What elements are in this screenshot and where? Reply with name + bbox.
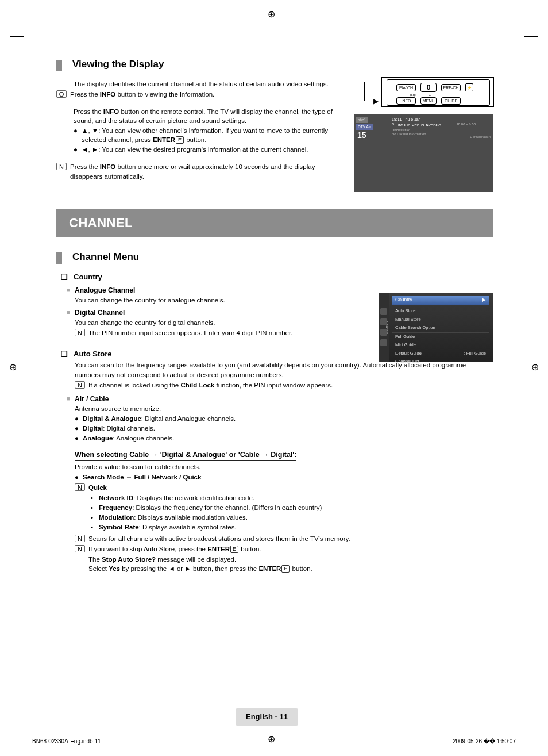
remote-menu-button: MENU (420, 97, 437, 105)
bullet-icon: ● (75, 473, 83, 482)
callout-line (364, 82, 372, 101)
osd-dtv-tag: DTV Air (356, 124, 373, 130)
note-n-icon: N (75, 545, 85, 552)
note-o-icon: O (56, 90, 67, 98)
list-item: •Modulation: Displays available modulati… (91, 513, 493, 522)
remote-guide-button: GUIDE (441, 97, 461, 105)
callout-arrow-icon: ▶ (373, 97, 379, 106)
section-title: Channel Menu (72, 250, 139, 264)
stop-line2: The Stop Auto Store? message will be dis… (88, 555, 493, 564)
menu-icon (380, 308, 387, 315)
dash-icon: • (91, 523, 99, 532)
osd-info-label: E Information (470, 135, 491, 139)
registration-mark-top: ⊕ (268, 8, 275, 21)
menu-side-icons (380, 308, 388, 350)
square-icon: ■ (67, 286, 75, 305)
dash-icon: • (91, 503, 99, 512)
note-n-icon: N (75, 329, 85, 336)
remote-info-button: INFO (396, 97, 416, 105)
note-n-icon: N (75, 381, 85, 389)
list-item: •Frequency: Displays the frequency for t… (91, 503, 493, 512)
note-n-icon: N (56, 163, 67, 170)
q-mark-icon: ❑ (61, 349, 74, 359)
registration-mark-left: ⊕ (9, 361, 17, 374)
menu-icon (380, 339, 387, 346)
cable-sub-text: Provide a value to scan for cable channe… (75, 462, 493, 471)
page-number-pill: English - 11 (236, 708, 298, 726)
osd-source-tag: abc1 (356, 117, 368, 123)
menu-item: Cable Search Option (392, 324, 489, 332)
topic-country: ❑ Country (61, 272, 493, 282)
subtopic-air-cable: ■ Air / Cable Antenna source to memorize… (67, 394, 493, 443)
dash-icon: • (91, 513, 99, 522)
menu-header-label: Country (395, 297, 412, 304)
intro-text: The display identifies the current chann… (74, 79, 334, 89)
crop-mark (511, 11, 511, 25)
section-bar-icon (56, 252, 62, 264)
menu-header-row: Country ▶ (392, 296, 489, 305)
enter-icon: E (281, 565, 290, 573)
footer-timestamp: 2009-05-26 �� 1:50:07 (453, 738, 516, 746)
section-header-channel-menu: Channel Menu (56, 250, 493, 264)
note-n-icon: N (75, 535, 85, 542)
remote-illustration: ▶ FAV.CH 0 PRE-CH (R)T E INFO MENU GUIDE… (381, 77, 494, 109)
list-item: ●Digital & Analogue: Digital and Analogu… (75, 414, 493, 423)
crop-mark (524, 36, 538, 37)
bullet-icon: ● (74, 126, 82, 144)
crop-mark (10, 24, 33, 24)
registration-mark-right: ⊕ (531, 361, 539, 374)
crop-mark (37, 11, 37, 25)
bullet-icon: ● (75, 424, 83, 433)
chevron-right-icon: ▶ (482, 297, 486, 304)
list-item: ●Analogue: Analogue channels. (75, 433, 493, 443)
square-icon: ■ (67, 394, 75, 443)
osd-panel: abc1 DTV Air 15 18:11 Thu 6 Jan D Life O… (354, 114, 493, 192)
note-n-icon: N (75, 483, 85, 491)
bullet-icon: ● (75, 414, 83, 423)
crop-mark (515, 24, 538, 24)
registration-mark-bottom: ⊕ (268, 733, 275, 746)
channel-menu-panel: Channel Country ▶ Auto Store Manual Stor… (379, 293, 493, 362)
note-text: Press the INFO button once more or wait … (70, 162, 334, 181)
crop-mark (24, 11, 24, 34)
remote-zero-button: 0 (420, 83, 437, 92)
bullet-icon: ● (74, 145, 82, 154)
dash-icon: • (91, 493, 99, 502)
list-item: ●Search Mode → Full / Network / Quick (75, 473, 493, 482)
paragraph: Press the INFO button on the remote cont… (74, 107, 334, 125)
crop-mark (524, 11, 524, 34)
menu-item: Mini Guide (392, 341, 489, 350)
note-text: Press the INFO button to viewing the inf… (70, 90, 334, 99)
remote-mute-icon: ⚡ (465, 83, 473, 91)
list-item: •Symbol Rate: Displays available symbol … (91, 523, 493, 532)
menu-item: Auto Store (392, 307, 489, 316)
remote-favch-button: FAV.CH (396, 84, 416, 91)
cable-selection-header: When selecting Cable → 'Digital & Analog… (75, 450, 296, 462)
list-item: •Network ID: Displays the network identi… (91, 493, 493, 502)
section-header-viewing-display: Viewing the Display (56, 57, 493, 71)
menu-icon (380, 329, 387, 336)
menu-item: Channel List (392, 358, 489, 366)
channel-banner: CHANNEL (56, 209, 493, 238)
stop-line3: Select Yes by pressing the ◄ or ► button… (88, 564, 493, 573)
menu-item: Manual Store (392, 316, 489, 324)
section-title: Viewing the Display (72, 57, 164, 71)
list-item: ●▲, ▼: You can view other channel's info… (74, 126, 334, 144)
footer-file-info: BN68-02330A-Eng.indb 11 (32, 738, 101, 746)
bullet-list: ●▲, ▼: You can view other channel's info… (74, 126, 334, 154)
osd-channel-number: 15 (357, 130, 366, 141)
menu-icon (380, 318, 387, 325)
q-mark-icon: ❑ (61, 272, 74, 282)
osd-time-range: 18:00 ~ 6:00 (456, 122, 476, 126)
menu-item: Full Guide (392, 332, 489, 341)
section-bar-icon (56, 60, 62, 71)
menu-item: Default Guide: Full Guide (392, 350, 489, 358)
osd-no-detail: No Detaild Information (392, 132, 426, 136)
list-item: ●◄, ►: You can view the desired program'… (74, 145, 334, 154)
list-item: ●Digital: Digital channels. (75, 424, 493, 433)
enter-icon: E (176, 136, 184, 144)
square-icon: ■ (67, 308, 75, 339)
crop-mark (10, 36, 24, 37)
enter-icon: E (230, 546, 238, 553)
menu-list: Auto Store Manual Store Cable Search Opt… (392, 307, 489, 366)
